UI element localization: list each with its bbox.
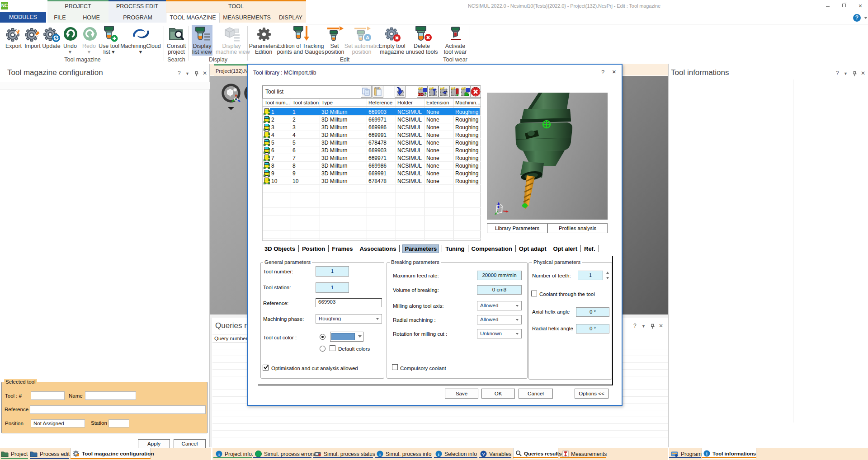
svg-text:i: i [438, 452, 439, 457]
svg-text:i: i [706, 451, 708, 456]
svg-text:V: V [482, 452, 485, 456]
svg-text:A: A [366, 35, 369, 40]
svg-text:i: i [218, 452, 220, 457]
svg-text:i: i [379, 452, 381, 457]
svg-text:3D: 3D [418, 92, 424, 97]
